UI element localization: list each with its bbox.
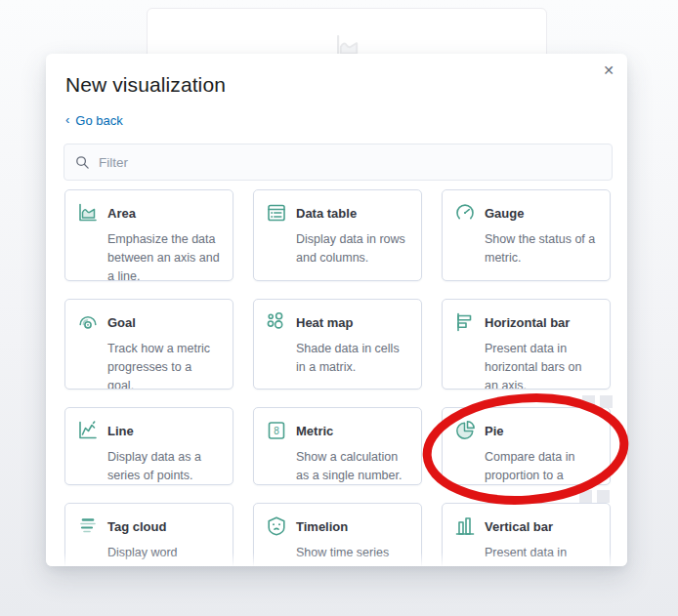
card-head: Area [77,202,220,224]
card-title: Pie [485,424,504,438]
close-icon[interactable]: ✕ [599,61,618,80]
card-description: Display data in rows and columns. [296,230,408,267]
card-head: Goal [77,311,220,333]
card-description: Show a calculation as a single number. [296,448,408,485]
card-title: Goal [107,315,136,330]
card-description: Present data in vertical bars on an axis… [485,544,597,566]
card-description: Compare data in proportion to a whole. [485,448,597,485]
card-title: Data table [296,206,357,221]
chevron-left-icon: ‹ [65,113,69,126]
visualization-type-grid: Area Emphasize the data between an axis … [64,189,611,566]
card-head: Gauge [454,202,597,224]
card-description: Display word frequency with font size. [107,544,220,566]
card-description: Display data as a series of points. [107,448,220,485]
visualization-card-area[interactable]: Area Emphasize the data between an axis … [64,189,233,281]
visualization-card-heat-map[interactable]: Heat map Shade data in cells in a matrix… [253,299,422,390]
card-description: Show the status of a metric. [485,230,597,267]
search-icon [75,155,90,170]
page-title: New visualization [65,73,611,97]
line-chart-icon [77,420,99,441]
horizontal-bar-icon [454,311,476,333]
card-head: 8 Metric [266,420,408,441]
visualization-card-line[interactable]: Line Display data as a series of points. [64,407,233,485]
filter-search-box[interactable] [64,144,613,181]
go-back-link[interactable]: ‹ Go back [65,113,123,128]
card-head: Timelion [266,515,408,537]
visualization-card-metric[interactable]: 8 Metric Show a calculation as a single … [253,407,422,485]
card-head: Line [77,420,220,441]
card-head: Data table [266,202,408,224]
data-table-icon [266,202,287,224]
visualization-card-vertical-bar[interactable]: Vertical bar Present data in vertical ba… [442,503,611,566]
card-head: Horizontal bar [454,311,597,333]
card-head: Pie [454,420,597,441]
visualization-card-horizontal-bar[interactable]: Horizontal bar Present data in horizonta… [442,299,611,390]
visualization-card-gauge[interactable]: Gauge Show the status of a metric. [442,189,611,281]
card-title: Gauge [485,206,524,221]
svg-text:8: 8 [274,426,279,436]
goal-icon [77,311,99,333]
filter-input[interactable] [99,155,601,170]
visualization-card-tag-cloud[interactable]: Tag cloud Display word frequency with fo… [64,503,233,566]
card-head: Vertical bar [454,515,597,537]
card-description: Track how a metric progresses to a goal. [107,340,220,390]
card-description: Shade data in cells in a matrix. [296,340,408,377]
go-back-label: Go back [75,113,122,128]
card-head: Tag cloud [77,515,220,537]
timelion-icon [266,515,287,537]
card-head: Heat map [266,311,408,333]
card-title: Horizontal bar [485,315,570,330]
visualization-card-timelion[interactable]: Timelion Show time series data on a grap… [253,503,422,566]
vertical-bar-icon [454,515,476,537]
card-title: Tag cloud [107,519,166,534]
visualization-card-goal[interactable]: Goal Track how a metric progresses to a … [64,299,233,390]
card-description: Show time series data on a graph. [296,544,408,566]
visualization-card-data-table[interactable]: Data table Display data in rows and colu… [253,189,422,281]
card-description: Emphasize the data between an axis and a… [107,230,220,281]
card-description: Present data in horizontal bars on an ax… [485,340,597,390]
card-title: Line [107,424,134,438]
area-chart-icon [77,202,99,224]
visualization-card-pie[interactable]: Pie Compare data in proportion to a whol… [442,407,611,485]
pie-chart-icon [454,420,476,441]
card-title: Metric [296,424,333,438]
heat-map-icon [266,311,287,333]
card-title: Vertical bar [485,519,553,534]
metric-icon: 8 [266,420,287,441]
card-title: Area [107,206,136,221]
tag-cloud-icon [77,515,99,537]
card-title: Timelion [296,519,348,534]
gauge-icon [454,202,476,224]
new-visualization-modal: ✕ New visualization ‹ Go back Area Empha… [46,54,627,566]
card-title: Heat map [296,315,354,330]
